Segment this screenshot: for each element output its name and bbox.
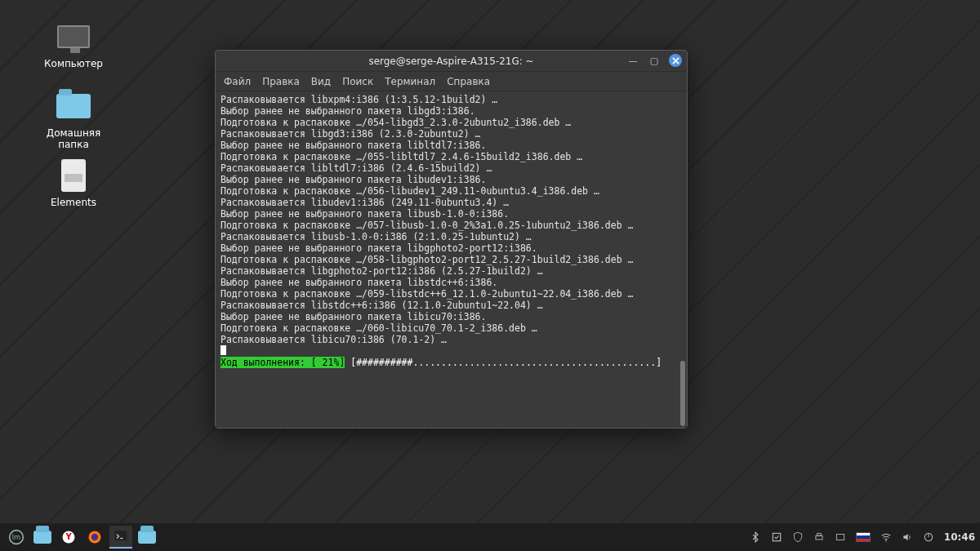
terminal-line: Выбор ранее не выбранного пакета libstdc… <box>220 277 682 288</box>
minimize-button[interactable]: — <box>626 54 639 67</box>
svg-rect-11 <box>836 535 844 540</box>
desktop-icon-label: Домашняя папка <box>33 127 114 150</box>
desktop-icon-elements[interactable]: Elements <box>33 159 114 208</box>
menu-terminal[interactable]: Терминал <box>385 76 435 87</box>
terminal-line: Распаковывается libgphoto2-port12:i386 (… <box>220 265 682 277</box>
terminal-line: Подготовка к распаковке …/054-libgd3_2.3… <box>220 117 682 128</box>
terminal-line: Подготовка к распаковке …/059-libstdc++6… <box>220 288 682 300</box>
progress-line: Ход выполнения: [ 21%] [##########......… <box>220 357 682 368</box>
terminal-line: Подготовка к распаковке …/056-libudev1_2… <box>220 185 682 197</box>
maximize-button[interactable]: ▢ <box>648 54 661 67</box>
terminal-body[interactable]: Распаковывается libxpm4:i386 (1:3.5.12-1… <box>216 91 687 428</box>
menu-file[interactable]: Файл <box>224 76 251 87</box>
terminal-line: Распаковывается libxpm4:i386 (1:3.5.12-1… <box>220 94 682 105</box>
terminal-line: Выбор ранее не выбранного пакета libgd3:… <box>220 105 682 117</box>
terminal-window[interactable]: serge@serge-Aspire-A315-21G: ~ — ▢ Файл … <box>215 50 688 429</box>
menu-launcher[interactable]: lm <box>5 526 28 549</box>
folder-icon <box>56 94 91 118</box>
svg-rect-8 <box>773 533 780 540</box>
terminal-line: Распаковывается libusb-1.0-0:i386 (2:1.0… <box>220 231 682 242</box>
taskbar-firefox[interactable] <box>83 526 106 549</box>
terminal-line: Подготовка к распаковке …/055-libltdl7_2… <box>220 151 682 162</box>
volume-icon[interactable] <box>902 531 913 543</box>
taskbar-files-open[interactable] <box>136 526 158 549</box>
terminal-line: Выбор ранее не выбранного пакета libltdl… <box>220 140 682 151</box>
taskbar: lm Y 10:46 <box>0 523 980 551</box>
terminal-line: Подготовка к распаковке …/060-libicu70_7… <box>220 322 682 334</box>
desktop-icon-home[interactable]: Домашняя папка <box>33 90 114 150</box>
taskbar-yandex[interactable]: Y <box>57 526 80 549</box>
menu-view[interactable]: Вид <box>311 76 331 87</box>
terminal-line: Подготовка к распаковке …/057-libusb-1.0… <box>220 220 682 231</box>
svg-rect-6 <box>115 531 127 540</box>
terminal-line: Распаковывается libgd3:i386 (2.3.0-2ubun… <box>220 128 682 140</box>
wifi-icon[interactable] <box>880 531 892 543</box>
taskbar-terminal[interactable] <box>109 526 132 549</box>
terminal-line: Распаковывается libltdl7:i386 (2.4.6-15b… <box>220 162 682 174</box>
folder-icon <box>33 531 51 544</box>
window-titlebar[interactable]: serge@serge-Aspire-A315-21G: ~ — ▢ <box>216 51 687 72</box>
svg-rect-10 <box>817 533 821 535</box>
power-icon[interactable] <box>923 531 934 543</box>
desktop-icon-label: Elements <box>33 197 114 208</box>
svg-text:Y: Y <box>65 532 72 541</box>
monitor-icon <box>57 25 90 48</box>
drive-icon <box>61 159 86 192</box>
menu-edit[interactable]: Правка <box>262 76 300 87</box>
disk-icon[interactable] <box>835 531 846 543</box>
updates-icon[interactable] <box>771 531 782 543</box>
printer-icon[interactable] <box>813 531 825 543</box>
terminal-menubar: Файл Правка Вид Поиск Терминал Справка <box>216 72 687 91</box>
keyboard-layout-ru[interactable] <box>856 532 871 542</box>
shield-icon[interactable] <box>792 531 804 543</box>
folder-icon <box>138 531 156 544</box>
window-title: serge@serge-Aspire-A315-21G: ~ <box>368 56 533 67</box>
terminal-line: Выбор ранее не выбранного пакета libudev… <box>220 174 682 185</box>
bluetooth-icon[interactable] <box>750 531 761 543</box>
terminal-line: Выбор ранее не выбранного пакета libicu7… <box>220 311 682 322</box>
terminal-scrollbar-thumb[interactable] <box>680 361 685 426</box>
svg-point-5 <box>91 534 98 540</box>
clock[interactable]: 10:46 <box>944 531 975 543</box>
cursor <box>220 345 226 355</box>
desktop-icon-label: Компьютер <box>33 58 114 69</box>
svg-rect-9 <box>816 535 822 540</box>
taskbar-filemanager[interactable] <box>31 526 54 549</box>
terminal-line: Выбор ранее не выбранного пакета libusb-… <box>220 208 682 220</box>
desktop-icon-computer[interactable]: Компьютер <box>33 20 114 69</box>
terminal-line: Распаковывается libicu70:i386 (70.1-2) … <box>220 334 682 345</box>
menu-help[interactable]: Справка <box>447 76 490 87</box>
terminal-line: Подготовка к распаковке …/058-libgphoto2… <box>220 254 682 265</box>
svg-point-12 <box>885 540 887 542</box>
terminal-line: Распаковывается libudev1:i386 (249.11-0u… <box>220 197 682 208</box>
terminal-scrollbar[interactable] <box>680 132 685 426</box>
svg-text:lm: lm <box>12 533 20 541</box>
terminal-line: Распаковывается libstdc++6:i386 (12.1.0-… <box>220 300 682 311</box>
close-button[interactable] <box>669 54 682 67</box>
menu-search[interactable]: Поиск <box>342 76 373 87</box>
terminal-line: Выбор ранее не выбранного пакета libgpho… <box>220 242 682 254</box>
